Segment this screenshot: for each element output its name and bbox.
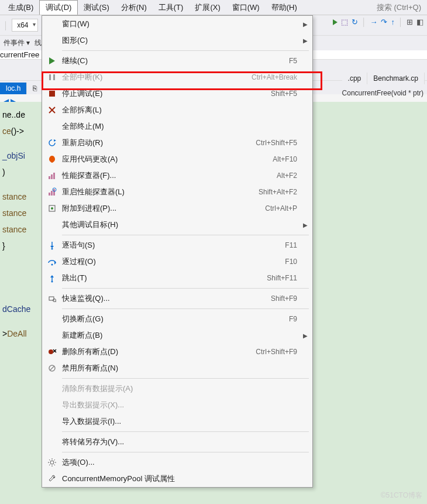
tab-active[interactable]: loc.h [0,83,27,94]
menu-item-label: 选项(O)... [62,457,307,468]
svg-rect-2 [53,74,55,80]
menu-item-shortcut: Ctrl+Alt+P [265,204,307,212]
menu-item[interactable]: 跳出(T)Shift+F11 [42,270,312,286]
menu-item: 清除所有数据提示(A) [42,380,312,397]
step-icon[interactable]: ↷ [381,18,387,26]
menu-item-label: ConcurrentMemoryPool 调试属性 [62,474,307,484]
menu-separator [62,452,309,452]
menu-item[interactable]: 新建断点(B)▶ [42,327,312,344]
menu-item[interactable]: 逐过程(O)F10 [42,253,312,270]
menu-item: 导出数据提示(X)... [42,397,312,413]
menu-item[interactable]: 图形(C)▶ [42,32,312,49]
menu-item-label: 窗口(W) [62,19,307,29]
watch-icon [42,294,62,303]
delbp-icon [42,347,62,356]
svg-marker-20 [50,275,54,277]
menu-item[interactable]: 选项(O)... [42,454,312,471]
search-box[interactable]: 搜索 (Ctrl+Q) [377,2,427,13]
menu-item-label: 跳出(T) [62,273,267,283]
tab-bench[interactable]: Benchmark.cp [367,73,425,84]
menu-item[interactable]: 将转储另存为(V)... [42,434,312,450]
menu-item-label: 将转储另存为(V)... [62,437,307,447]
editor-tabs-right: .cpp Benchmark.cp [342,73,425,84]
menu-separator [62,235,309,235]
menu-item[interactable]: ConcurrentMemoryPool 调试属性 [42,471,312,487]
svg-line-29 [50,366,54,371]
step-icon[interactable]: → [370,18,377,26]
svg-point-30 [50,461,54,464]
menu-item-label: 附加到进程(P)... [62,203,265,214]
menu-item-shortcut: F5 [289,57,307,65]
menu-item-shortcut: F9 [289,315,307,323]
menu-item[interactable]: 全部终止(M) [42,118,312,135]
menu-item-shortcut: Shift+F5 [271,90,307,98]
menu-item-label: 全部拆离(L) [62,105,307,115]
svg-rect-12 [53,189,55,196]
menu-item[interactable]: 停止调试(E)Shift+F5 [42,85,312,102]
submenu-arrow-icon: ▶ [303,37,308,44]
events-dropdown[interactable]: 件事件 ▾ [4,38,30,48]
menu-item[interactable]: 全部拆离(L) [42,102,312,118]
menu-item[interactable]: 快速监视(Q)...Shift+F9 [42,290,312,307]
separator-icon: │ [4,21,8,30]
menu-item-shortcut: F11 [285,241,307,249]
toolbar-icon[interactable]: ⬚ [341,18,348,26]
menu-item[interactable]: 删除所有断点(D)Ctrl+Shift+F9 [42,344,312,360]
menu-item-label: 清除所有数据提示(A) [62,383,307,394]
menu-item-label: 应用代码更改(A) [62,154,273,164]
toolbar-icon[interactable]: ↻ [352,18,358,26]
menu-item[interactable]: 切换断点(G)F9 [42,311,312,327]
menu-item-shortcut: Shift+F9 [271,294,307,303]
menu-build[interactable]: 生成(B) [2,1,39,15]
toolbar-icon[interactable]: ⊞ [407,18,413,26]
debug-menu: 窗口(W)▶图形(C)▶继续(C)F5全部中断(K)Ctrl+Alt+Break… [42,15,313,488]
menu-item[interactable]: 禁用所有断点(N) [42,360,312,376]
menu-separator [62,431,309,432]
svg-marker-0 [49,57,55,64]
menu-item[interactable]: 其他调试目标(H)▶ [42,217,312,233]
tab-cpp[interactable]: .cpp [342,73,368,84]
stop-icon [42,89,62,98]
menu-window[interactable]: 窗口(W) [226,1,266,15]
menu-item[interactable]: 重新启动(R)Ctrl+Shift+F5 [42,135,312,151]
menu-item-label: 图形(C) [62,35,307,46]
svg-marker-6 [54,139,56,142]
menu-item-label: 继续(C) [62,56,289,66]
menu-item[interactable]: 窗口(W)▶ [42,16,312,32]
perf-icon [42,171,62,180]
stepout-icon [42,273,62,283]
menu-item-label: 全部终止(M) [62,121,307,132]
toolbar-icon[interactable]: ◧ [416,18,423,26]
menu-item-shortcut: Shift+Alt+F2 [259,188,307,196]
menu-item[interactable]: 附加到进程(P)...Ctrl+Alt+P [42,200,312,217]
menu-item-shortcut: F10 [285,258,307,266]
sub-breadcrumb-right[interactable]: ConcurrentFree(void * ptr) [342,89,423,97]
platform-dropdown[interactable]: x64 [12,19,38,32]
menu-debug[interactable]: 调试(D) [39,0,78,15]
svg-point-17 [51,248,53,250]
svg-rect-3 [49,91,55,97]
menu-tools[interactable]: 工具(T) [153,1,190,15]
menu-separator [62,288,309,289]
menu-item[interactable]: 逐语句(S)F11 [42,237,312,253]
play-icon[interactable] [333,19,338,25]
svg-marker-16 [50,246,54,248]
menu-item-label: 逐过程(O) [62,256,285,267]
menu-analyze[interactable]: 分析(N) [115,1,153,15]
menu-item-label: 重启性能探查器(L) [62,187,259,197]
step-icon[interactable]: ↑ [391,18,395,26]
menu-item[interactable]: 性能探查器(F)...Alt+F2 [42,167,312,184]
menu-extensions[interactable]: 扩展(X) [189,1,226,15]
menu-item[interactable]: 继续(C)F5 [42,53,312,69]
menu-item-shortcut: Alt+F2 [277,172,307,180]
gear-icon [42,458,62,467]
menu-test[interactable]: 测试(S) [78,1,115,15]
menu-item[interactable]: 重启性能探查器(L)Shift+Alt+F2 [42,184,312,200]
menu-help[interactable]: 帮助(H) [266,1,303,15]
menu-item-shortcut: Ctrl+Shift+F5 [256,139,307,147]
menu-item[interactable]: 应用代码更改(A)Alt+F10 [42,151,312,167]
apply-icon [42,155,62,164]
detach-icon [42,105,62,115]
menu-item[interactable]: 导入数据提示(I)... [42,413,312,430]
thread-label[interactable]: 线 [35,38,42,48]
